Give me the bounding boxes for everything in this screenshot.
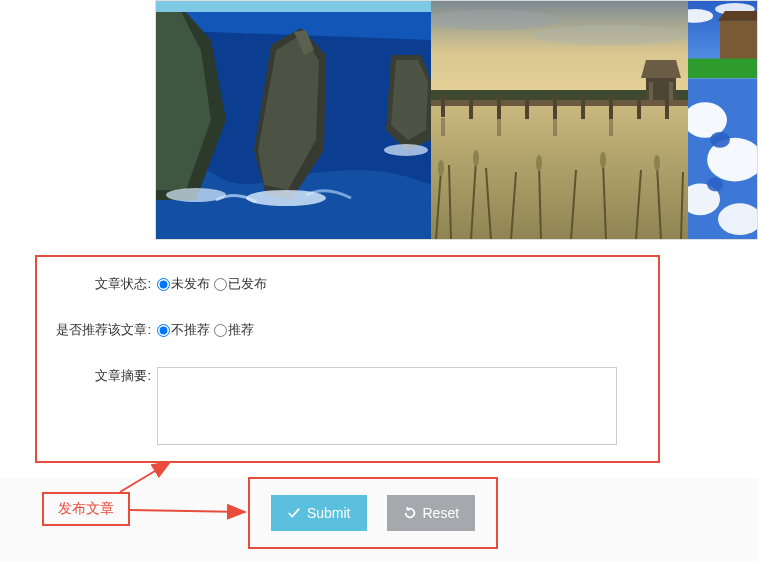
svg-point-63	[710, 132, 730, 148]
svg-rect-31	[609, 118, 613, 136]
summary-textarea[interactable]	[157, 367, 617, 445]
svg-point-11	[166, 188, 226, 202]
svg-rect-23	[553, 95, 557, 119]
status-unpublished-text: 未发布	[171, 275, 210, 293]
status-unpublished-radio[interactable]	[157, 278, 170, 291]
recommend-no-text: 不推荐	[171, 321, 210, 339]
recommend-yes-text: 推荐	[228, 321, 254, 339]
svg-point-47	[438, 160, 444, 176]
summary-label: 文章摘要:	[47, 367, 157, 385]
svg-rect-17	[431, 105, 688, 239]
svg-rect-0	[156, 1, 431, 12]
recommend-no-radio[interactable]	[157, 324, 170, 337]
svg-rect-29	[497, 118, 501, 136]
svg-point-10	[246, 190, 326, 206]
svg-rect-26	[637, 95, 641, 119]
button-annotation-box: Submit Reset	[248, 477, 498, 549]
svg-rect-34	[649, 82, 653, 100]
reset-label: Reset	[423, 505, 460, 521]
svg-point-48	[473, 150, 479, 166]
svg-point-12	[384, 144, 428, 156]
svg-point-49	[536, 155, 542, 171]
form-annotation-box: 文章状态: 未发布 已发布 是否推荐该文章: 不推荐 推荐 文章摘要	[35, 255, 660, 463]
recommend-yes-option[interactable]: 推荐	[214, 321, 254, 339]
svg-rect-30	[553, 118, 557, 136]
svg-rect-19	[441, 95, 445, 117]
annotation-publish-text: 发布文章	[58, 500, 114, 518]
status-published-option[interactable]: 已发布	[214, 275, 267, 293]
svg-point-51	[654, 155, 660, 171]
svg-rect-21	[497, 95, 501, 119]
svg-point-64	[707, 178, 723, 192]
image-gallery	[155, 0, 758, 240]
gallery-image-3	[688, 1, 757, 239]
submit-label: Submit	[307, 505, 351, 521]
svg-rect-25	[609, 95, 613, 119]
check-icon	[287, 506, 301, 520]
svg-rect-20	[469, 95, 473, 119]
svg-rect-57	[688, 59, 757, 79]
svg-rect-55	[720, 21, 757, 61]
gallery-image-2	[431, 1, 688, 239]
submit-button[interactable]: Submit	[271, 495, 367, 531]
svg-rect-35	[669, 82, 673, 100]
status-published-radio[interactable]	[214, 278, 227, 291]
status-label: 文章状态:	[47, 275, 157, 293]
gallery-image-1	[156, 1, 431, 239]
reset-button[interactable]: Reset	[387, 495, 476, 531]
undo-icon	[403, 506, 417, 520]
status-unpublished-option[interactable]: 未发布	[157, 275, 210, 293]
recommend-label: 是否推荐该文章:	[47, 321, 157, 339]
svg-point-15	[531, 25, 688, 45]
svg-marker-32	[641, 60, 681, 78]
recommend-no-option[interactable]: 不推荐	[157, 321, 210, 339]
svg-marker-9	[391, 60, 428, 140]
recommend-yes-radio[interactable]	[214, 324, 227, 337]
annotation-publish-label: 发布文章	[42, 492, 130, 526]
svg-point-50	[600, 152, 606, 168]
svg-rect-22	[525, 95, 529, 119]
svg-rect-24	[581, 95, 585, 119]
status-published-text: 已发布	[228, 275, 267, 293]
svg-rect-28	[441, 118, 445, 136]
